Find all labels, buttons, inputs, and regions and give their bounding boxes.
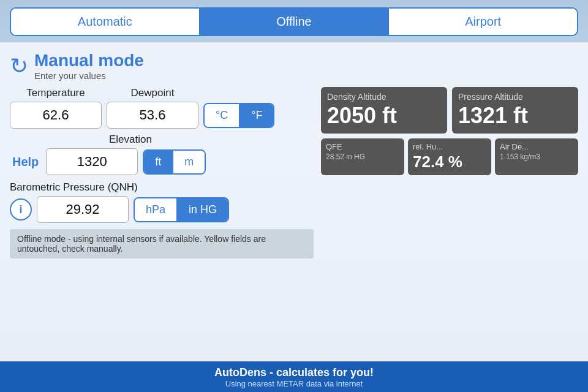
- fahrenheit-btn[interactable]: °F: [240, 104, 273, 127]
- m-btn[interactable]: m: [173, 151, 205, 173]
- dewpoint-label: Dewpoint: [107, 87, 198, 99]
- left-col: Temperature Dewpoint °C °F Ele: [10, 87, 314, 258]
- pressure-altitude-title: Pressure Altitude: [458, 92, 572, 102]
- pressure-altitude-card: Pressure Altitude 1321 ft: [452, 87, 578, 134]
- temp-dewpoint-row: °C °F: [10, 102, 314, 129]
- two-col: Temperature Dewpoint °C °F Ele: [10, 87, 578, 258]
- content-area: ↻ Manual mode Enter your values Temperat…: [0, 42, 588, 361]
- stats-row: QFE 28.52 in HG rel. Hu... 72.4 % Air De…: [321, 138, 578, 175]
- hpa-btn[interactable]: hPa: [135, 198, 178, 221]
- main-container: Automatic Offline Airport ↻ Manual mode …: [0, 0, 588, 392]
- info-banner: Offline mode - using internal sensors if…: [10, 229, 314, 258]
- rel-humidity-title: rel. Hu...: [413, 142, 486, 151]
- rel-humidity-value: 72.4 %: [413, 153, 486, 172]
- qfe-value: 28.52 in HG: [326, 153, 399, 161]
- temp-dewpoint-labels: Temperature Dewpoint: [10, 87, 314, 99]
- tab-automatic[interactable]: Automatic: [11, 9, 200, 35]
- qfe-card: QFE 28.52 in HG: [321, 138, 404, 175]
- temperature-label: Temperature: [10, 87, 102, 99]
- elevation-label: Elevation: [109, 134, 152, 146]
- temperature-input[interactable]: [10, 102, 102, 129]
- qfe-title: QFE: [326, 142, 399, 151]
- info-button[interactable]: i: [10, 198, 32, 221]
- bottom-bar: AutoDens - calculates for you! Using nea…: [0, 361, 588, 392]
- air-density-value: 1.153 kg/m3: [500, 153, 573, 161]
- tab-offline[interactable]: Offline: [200, 9, 390, 35]
- barometric-label: Barometric Pressure (QNH): [10, 181, 314, 194]
- air-density-card: Air De... 1.153 kg/m3: [495, 138, 578, 175]
- bottom-bar-title: AutoDens - calculates for you!: [0, 366, 588, 379]
- elev-unit-toggle: ft m: [143, 149, 206, 175]
- refresh-icon[interactable]: ↻: [10, 53, 28, 79]
- density-altitude-value: 2050 ft: [327, 103, 441, 129]
- tab-bar: Automatic Offline Airport: [10, 7, 578, 36]
- right-col: Density Altitude 2050 ft Pressure Altitu…: [321, 87, 578, 258]
- celsius-btn[interactable]: °C: [205, 104, 240, 127]
- pressure-altitude-value: 1321 ft: [458, 103, 572, 129]
- manual-mode-title: Manual mode: [34, 51, 144, 70]
- density-altitude-card: Density Altitude 2050 ft: [321, 87, 447, 134]
- barometric-input[interactable]: [37, 196, 129, 223]
- rel-humidity-card: rel. Hu... 72.4 %: [408, 138, 491, 175]
- barometric-section: Barometric Pressure (QNH) i hPa in HG: [10, 181, 314, 223]
- elevation-section: Elevation Help ft m: [10, 134, 314, 175]
- elevation-label-row: Elevation: [10, 134, 314, 146]
- inhg-btn[interactable]: in HG: [178, 198, 228, 221]
- baro-unit-toggle: hPa in HG: [134, 197, 229, 222]
- dewpoint-input[interactable]: [107, 102, 198, 129]
- tab-airport[interactable]: Airport: [389, 9, 577, 35]
- barometric-row: i hPa in HG: [10, 196, 314, 223]
- header-text: Manual mode Enter your values: [34, 51, 144, 81]
- help-button[interactable]: Help: [10, 155, 41, 169]
- air-density-title: Air De...: [500, 142, 573, 151]
- altitude-cards: Density Altitude 2050 ft Pressure Altitu…: [321, 87, 578, 134]
- bottom-bar-subtitle: Using nearest METAR data via internet: [0, 379, 588, 388]
- header-row: ↻ Manual mode Enter your values: [10, 51, 578, 81]
- elevation-input-row: Help ft m: [10, 148, 314, 175]
- temp-unit-toggle: °C °F: [203, 103, 274, 128]
- manual-mode-subtitle: Enter your values: [34, 70, 144, 81]
- ft-btn[interactable]: ft: [144, 151, 173, 173]
- elevation-input[interactable]: [46, 148, 138, 175]
- density-altitude-title: Density Altitude: [327, 92, 441, 102]
